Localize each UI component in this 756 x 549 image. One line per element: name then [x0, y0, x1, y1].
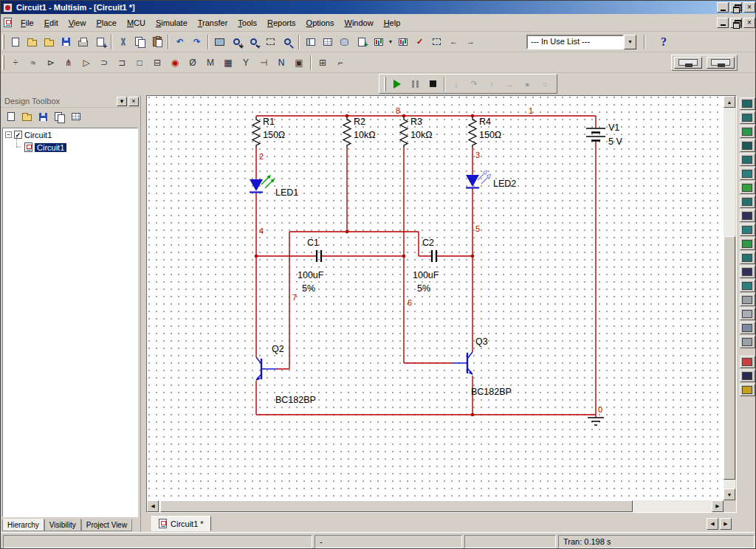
back-annotate-button[interactable]: ← — [445, 34, 462, 50]
place-ttl-button[interactable]: ⊃ — [95, 55, 113, 71]
menu-window[interactable]: Window — [339, 15, 378, 30]
in-use-list-field[interactable]: --- In Use List --- — [526, 35, 624, 49]
tree-row-root[interactable]: − ✓ Circuit1 — [3, 128, 137, 141]
design-toolbox-toggle-button[interactable] — [302, 34, 319, 50]
menu-reports[interactable]: Reports — [262, 15, 301, 30]
sheet-tab-circuit1[interactable]: Circuit1 * — [151, 516, 211, 531]
instrument-agilent-oscilloscope-button[interactable] — [740, 322, 755, 334]
toolbox-save-button[interactable] — [35, 109, 51, 124]
tree-expander-icon[interactable]: − — [5, 131, 12, 138]
open-sample-button[interactable] — [41, 34, 58, 50]
menu-edit[interactable]: Edit — [39, 15, 63, 30]
instrument-wattmeter-button[interactable] — [740, 125, 755, 138]
zoom-out-button[interactable]: − — [245, 34, 262, 50]
zoom-area-button[interactable] — [262, 34, 279, 50]
resistor-R2[interactable]: R2 10kΩ — [343, 117, 376, 148]
instrument-four-channel-oscilloscope-button[interactable] — [740, 153, 755, 166]
previous-sheet-button[interactable]: ◀ — [707, 518, 718, 530]
battery-V1[interactable]: V1 5 V — [586, 122, 622, 147]
transistor-Q3[interactable]: Q3 BC182BP — [453, 336, 512, 397]
grapher-dropdown-button[interactable]: ▼ — [387, 34, 394, 50]
run-simulation-button[interactable] — [388, 76, 406, 92]
tree-row-child[interactable]: Circuit1 — [3, 141, 137, 153]
resistor-R3[interactable]: R3 10kΩ — [400, 117, 433, 148]
instrument-current-probe-button[interactable] — [740, 384, 755, 396]
place-basic-button[interactable]: ≈ — [24, 55, 42, 71]
place-source-button[interactable]: ÷ — [7, 55, 24, 71]
scroll-down-button[interactable]: ▼ — [724, 488, 735, 500]
scroll-right-button[interactable]: ▶ — [712, 500, 724, 512]
menu-tools[interactable]: Tools — [233, 15, 262, 30]
toolbox-open-button[interactable] — [19, 109, 35, 124]
pause-simulation-button[interactable] — [406, 76, 424, 92]
resistor-R1[interactable]: R1 150Ω — [252, 117, 285, 148]
place-rf-button[interactable]: Y — [237, 55, 255, 71]
mdi-close-button[interactable]: × — [743, 18, 755, 28]
place-mixed-button[interactable]: ⊟ — [148, 55, 166, 71]
toolbox-close-button[interactable]: × — [128, 97, 139, 106]
schematic-canvas[interactable]: R1 150Ω R2 10kΩ R3 10kΩ — [147, 96, 724, 500]
place-power-button[interactable]: Ø — [184, 55, 202, 71]
toggle-breakpoint-button[interactable]: ● — [518, 76, 536, 92]
open-button[interactable] — [24, 34, 41, 50]
place-analog-button[interactable]: ▷ — [78, 55, 95, 71]
menu-view[interactable]: View — [63, 15, 92, 30]
canvas-horizontal-scrollbar[interactable]: ◀ ▶ — [147, 500, 724, 512]
instrument-frequency-counter-button[interactable] — [740, 182, 755, 194]
capacitor-C1[interactable]: C1 100uF 5% — [298, 238, 324, 294]
vertical-scroll-thumb[interactable] — [724, 236, 735, 480]
copy-button[interactable] — [131, 34, 148, 50]
toolbox-layers-button[interactable] — [68, 109, 83, 124]
menu-place[interactable]: Place — [91, 15, 122, 30]
instrument-distortion-analyzer-button[interactable] — [740, 252, 755, 264]
toolbox-pages-button[interactable] — [52, 109, 67, 124]
print-preview-button[interactable]: + — [92, 34, 109, 50]
menu-help[interactable]: Help — [379, 15, 406, 30]
print-button[interactable] — [75, 34, 92, 50]
place-advanced-peripherals-button[interactable]: ▦ — [219, 55, 237, 71]
step-out-button[interactable]: ↑ — [483, 76, 501, 92]
toolbar-grip[interactable] — [2, 55, 4, 70]
spreadsheet-view-button[interactable] — [319, 34, 336, 50]
instrument-logic-analyzer-button[interactable] — [740, 210, 755, 222]
instrument-function-generator-button[interactable] — [740, 111, 755, 124]
tab-hierarchy[interactable]: Hierarchy — [2, 519, 44, 531]
menu-mcu[interactable]: MCU — [122, 15, 151, 30]
instrument-labview-button[interactable] — [740, 370, 755, 382]
postprocessor-button[interactable] — [394, 34, 411, 50]
stop-simulation-button[interactable] — [424, 76, 441, 92]
help-button[interactable]: ? — [656, 34, 671, 50]
place-misc-digital-button[interactable]: □ — [131, 55, 148, 71]
save-button[interactable] — [58, 34, 75, 50]
menu-file[interactable]: File — [16, 15, 39, 30]
tree-root-label[interactable]: Circuit1 — [24, 131, 52, 139]
mdi-restore-button[interactable] — [730, 18, 742, 28]
in-use-list-combo[interactable]: --- In Use List --- ▼ — [526, 35, 636, 49]
scroll-left-button[interactable]: ◀ — [147, 500, 159, 512]
led-LED2[interactable]: LED2 — [466, 170, 516, 189]
place-bus-button[interactable]: ⌐ — [331, 55, 349, 71]
instrument-agilent-function-generator-button[interactable] — [740, 294, 755, 306]
zoom-fit-button[interactable] — [279, 34, 296, 50]
pause-switch-button[interactable] — [707, 57, 735, 69]
tab-project-view[interactable]: Project View — [81, 519, 132, 531]
toolbox-menu-button[interactable]: ▾ — [117, 97, 127, 106]
place-diode-button[interactable]: ⊳ — [42, 55, 60, 71]
step-over-button[interactable]: ↷ — [465, 76, 483, 92]
place-mcu-button[interactable]: ▣ — [290, 55, 308, 71]
menu-options[interactable]: Options — [301, 15, 340, 30]
menu-transfer[interactable]: Transfer — [193, 15, 233, 30]
place-electromechanical-button[interactable]: ⊣ — [255, 55, 272, 71]
paste-button[interactable] — [148, 34, 165, 50]
toolbox-new-button[interactable] — [3, 109, 18, 124]
undo-button[interactable]: ↶ — [171, 34, 188, 50]
instrument-iv-analyzer-button[interactable] — [740, 238, 755, 250]
place-indicator-button[interactable]: ◉ — [166, 55, 184, 71]
step-into-button[interactable]: ↓ — [447, 76, 465, 92]
instrument-bode-plotter-button[interactable] — [740, 168, 755, 180]
fullscreen-button[interactable] — [211, 34, 228, 50]
minimize-button[interactable] — [717, 2, 729, 13]
place-ni-component-button[interactable]: N — [272, 55, 290, 71]
run-to-cursor-button[interactable]: → — [501, 76, 518, 92]
zoom-in-button[interactable]: + — [228, 34, 245, 50]
